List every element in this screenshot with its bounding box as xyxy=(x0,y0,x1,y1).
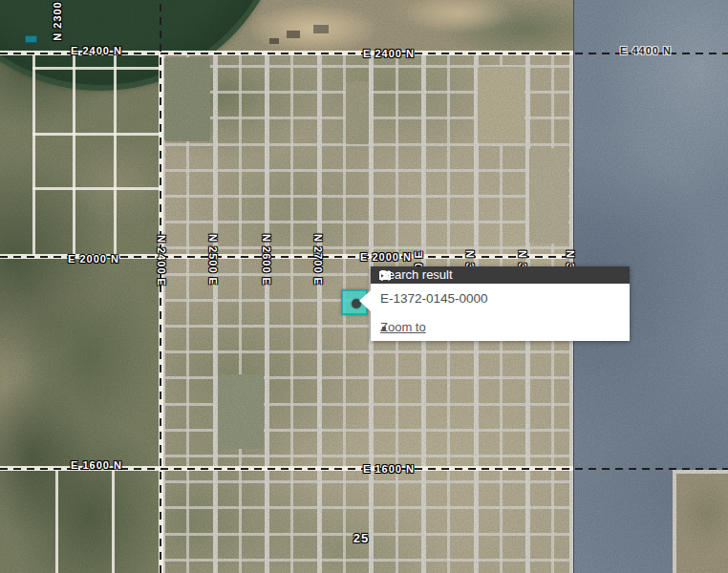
dirt-area xyxy=(250,6,375,52)
road-label: E 2000 N xyxy=(68,253,119,265)
road-label: N 2400 E xyxy=(156,235,167,286)
parcel-line xyxy=(32,53,35,256)
parcel-line xyxy=(55,470,58,573)
road-label: N 2300 xyxy=(52,1,63,40)
section-number-label: 25 xyxy=(353,531,369,545)
teal-roof-building xyxy=(25,35,37,43)
parcel-southeast xyxy=(673,470,728,573)
road-label: E 4400 N xyxy=(620,45,672,56)
farm-building xyxy=(313,25,329,33)
close-icon[interactable] xyxy=(379,269,391,281)
parcel-line xyxy=(73,53,75,256)
road-label: E 1600 N xyxy=(71,459,122,471)
popup-footer: Zoom to xyxy=(380,319,620,334)
popup-body: E-1372-0145-0000 Zoom to xyxy=(371,284,630,341)
dirt-area xyxy=(406,0,511,32)
more-options-icon[interactable] xyxy=(380,325,384,329)
farm-building xyxy=(287,31,300,38)
road-label: E 2400 N xyxy=(71,45,122,56)
large-parcel xyxy=(529,148,568,244)
road-label: N 2600 E xyxy=(261,234,272,286)
parcel-line xyxy=(32,133,161,136)
parcel-line xyxy=(32,67,161,70)
road-label: N 2500 E xyxy=(207,234,219,286)
popup-pointer xyxy=(359,290,371,311)
popup-header[interactable]: Search result xyxy=(371,266,630,284)
large-parcel xyxy=(218,374,264,449)
large-parcel xyxy=(478,67,525,143)
road-label: E 1600 N xyxy=(363,463,415,475)
road-label: E 2000 N xyxy=(360,251,412,263)
road-label: E 2400 N xyxy=(363,48,415,59)
map-canvas[interactable]: N 2300 E 2400 N E 2400 N E 4400 N E 2000… xyxy=(0,0,728,573)
large-parcel xyxy=(346,81,369,144)
popup-search-result: Search result E-1372-0145-0000 Zoom to xyxy=(371,266,630,341)
farm-building xyxy=(269,38,279,44)
parcel-line xyxy=(112,470,115,573)
road-label: N 2700 E xyxy=(312,234,324,286)
parcel-line xyxy=(114,53,117,256)
parcel-line xyxy=(32,187,161,190)
search-result-id: E-1372-0145-0000 xyxy=(380,291,488,306)
zoom-to-link[interactable]: Zoom to xyxy=(380,320,426,334)
large-parcel xyxy=(164,57,210,141)
